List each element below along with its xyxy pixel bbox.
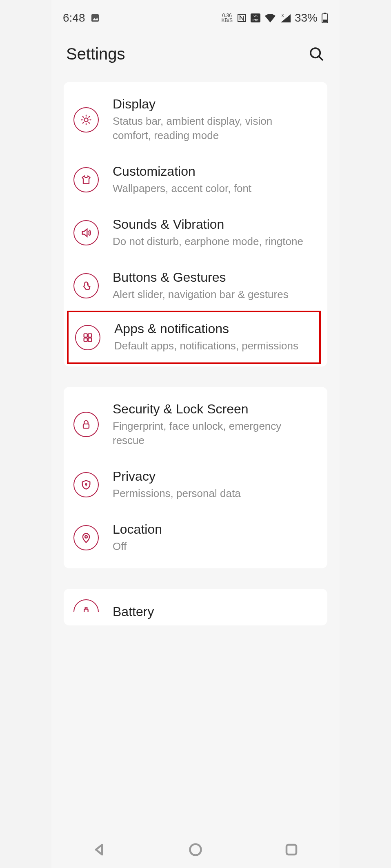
apps-icon: [75, 325, 100, 350]
item-title: Battery: [113, 604, 154, 619]
svg-rect-29: [84, 609, 88, 616]
nav-back-icon[interactable]: [92, 842, 107, 857]
svg-point-10: [311, 48, 320, 57]
settings-card-1: Display Status bar, ambient display, vis…: [64, 82, 327, 367]
status-time: 6:48: [63, 11, 85, 24]
svg-text:x: x: [282, 13, 284, 18]
nav-home-icon[interactable]: [188, 842, 203, 857]
svg-line-19: [83, 122, 84, 123]
lock-icon: [73, 412, 99, 437]
settings-item-customization[interactable]: Customization Wallpapers, accent color, …: [64, 153, 327, 206]
settings-item-privacy[interactable]: Privacy Permissions, personal data: [64, 458, 327, 511]
settings-item-sounds[interactable]: Sounds & Vibration Do not disturb, earph…: [64, 206, 327, 259]
settings-item-security[interactable]: Security & Lock Screen Fingerprint, face…: [64, 391, 327, 458]
item-title: Security & Lock Screen: [113, 402, 304, 417]
sound-icon: [73, 220, 99, 245]
item-title: Apps & notifications: [114, 321, 298, 336]
brightness-icon: [73, 107, 99, 133]
svg-line-20: [89, 116, 89, 117]
item-subtitle: Status bar, ambient display, vision comf…: [113, 114, 304, 143]
wifi-icon: [264, 13, 276, 22]
settings-item-apps[interactable]: Apps & notifications Default apps, notif…: [67, 311, 321, 364]
volte-icon: VoLTE: [251, 13, 260, 22]
svg-rect-25: [83, 424, 89, 428]
svg-rect-24: [88, 338, 91, 341]
svg-rect-22: [88, 334, 91, 337]
svg-rect-9: [323, 20, 327, 22]
image-icon: [90, 13, 100, 23]
nav-bar: [51, 831, 340, 868]
nav-recent-icon[interactable]: [284, 842, 299, 857]
svg-text:Vo: Vo: [253, 14, 258, 18]
item-title: Location: [113, 522, 162, 537]
settings-item-battery[interactable]: Battery: [64, 597, 327, 625]
item-title: Privacy: [113, 469, 241, 484]
battery-icon: [73, 599, 99, 625]
header: Settings: [51, 29, 340, 82]
svg-point-31: [190, 844, 201, 855]
settings-item-location[interactable]: Location Off: [64, 511, 327, 564]
nfc-icon: [237, 13, 247, 23]
svg-line-17: [83, 116, 84, 117]
tap-icon: [73, 273, 99, 298]
item-subtitle: Default apps, notifications, permissions: [114, 339, 298, 353]
svg-rect-30: [85, 607, 87, 609]
page-title: Settings: [66, 45, 125, 63]
item-title: Sounds & Vibration: [113, 217, 303, 232]
svg-line-11: [319, 56, 323, 60]
settings-item-buttons[interactable]: Buttons & Gestures Alert slider, navigat…: [64, 259, 327, 312]
item-title: Customization: [113, 164, 251, 179]
item-subtitle: Wallpapers, accent color, font: [113, 181, 251, 196]
data-rate: 0.36 KB/S: [222, 13, 233, 23]
svg-rect-0: [91, 14, 99, 22]
pin-icon: [73, 525, 99, 550]
settings-card-2: Security & Lock Screen Fingerprint, face…: [64, 387, 327, 568]
shield-icon: [73, 472, 99, 497]
signal-icon: x: [280, 13, 291, 22]
item-subtitle: Fingerprint, face unlock, emergency resc…: [113, 419, 304, 448]
battery-icon: [322, 13, 328, 23]
status-bar: 6:48 0.36 KB/S VoLTE x 33%: [51, 0, 340, 29]
svg-point-26: [85, 484, 87, 485]
settings-card-3: Battery: [64, 589, 327, 625]
item-subtitle: Alert slider, navigation bar & gestures: [113, 287, 289, 302]
item-title: Display: [113, 97, 304, 112]
item-title: Buttons & Gestures: [113, 270, 289, 285]
svg-point-12: [84, 118, 88, 121]
svg-rect-21: [84, 334, 87, 337]
item-subtitle: Permissions, personal data: [113, 486, 241, 501]
item-subtitle: Off: [113, 539, 162, 554]
svg-point-28: [85, 536, 87, 538]
battery-percent: 33%: [295, 11, 318, 24]
svg-rect-32: [287, 845, 296, 855]
svg-line-18: [89, 122, 89, 123]
svg-rect-23: [84, 338, 87, 341]
svg-text:LTE: LTE: [253, 18, 259, 22]
search-icon[interactable]: [309, 46, 325, 62]
item-subtitle: Do not disturb, earphone mode, ringtone: [113, 234, 303, 249]
settings-item-display[interactable]: Display Status bar, ambient display, vis…: [64, 86, 327, 153]
settings-screen: 6:48 0.36 KB/S VoLTE x 33% Settings Dis: [51, 0, 340, 868]
shirt-icon: [73, 167, 99, 192]
